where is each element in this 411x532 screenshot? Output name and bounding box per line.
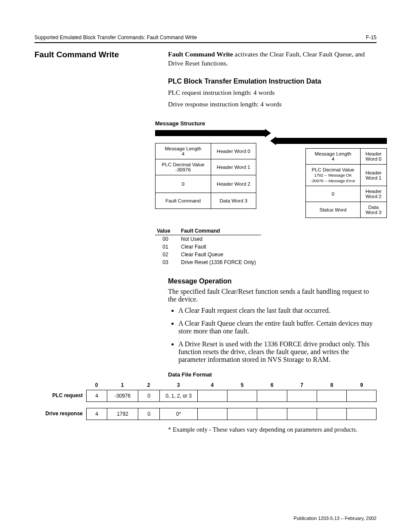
col-num: 5 bbox=[227, 382, 257, 390]
cell: Header Word 2 bbox=[361, 186, 387, 202]
intro-paragraph: Fault Command Write activates the Clear … bbox=[168, 50, 377, 68]
cell: Header Word 0 bbox=[211, 143, 256, 159]
arrow-left-icon bbox=[270, 137, 276, 145]
plc-request-row: 4 -30976 0 0, 1, 2, or 3 bbox=[86, 390, 377, 402]
table-cell bbox=[257, 408, 287, 420]
cell: PLC Decimal Value 1792 -- Message OK -30… bbox=[306, 165, 361, 186]
col-num: 8 bbox=[317, 382, 346, 390]
table-cell: 0 bbox=[138, 408, 160, 420]
msg-op-heading: Message Operation bbox=[168, 277, 377, 285]
col-num: 9 bbox=[347, 382, 377, 390]
col-num: 4 bbox=[197, 382, 227, 390]
col-num: 7 bbox=[287, 382, 317, 390]
cell: Message Length4 bbox=[156, 143, 211, 159]
table-cell: Drive Reset (1336 FORCE Only) bbox=[179, 258, 261, 266]
publication-info: Publication 1203-5.13 – February, 2002 bbox=[294, 516, 377, 521]
table-cell: Not Used bbox=[179, 235, 261, 243]
cell: Data Word 3 bbox=[361, 202, 387, 218]
arrow-right-icon bbox=[265, 129, 271, 137]
cell: Header Word 0 bbox=[361, 149, 387, 165]
table-cell bbox=[198, 390, 227, 401]
list-item: A Clear Fault request clears the last fa… bbox=[178, 307, 377, 314]
msg-op-paragraph: The specified fault Clear/Reset function… bbox=[168, 288, 377, 303]
cell: 0 bbox=[156, 175, 211, 193]
plc-resp-line: Drive response instruction length: 4 wor… bbox=[168, 100, 377, 109]
fault-command-table: Value Fault Command 00Not Used 01Clear F… bbox=[155, 227, 261, 266]
cell: PLC Decimal Value-30976 bbox=[156, 159, 211, 175]
table-cell bbox=[287, 408, 317, 420]
table-cell: 0* bbox=[160, 408, 198, 420]
table-cell bbox=[257, 390, 287, 401]
table-cell: 0, 1, 2, or 3 bbox=[160, 390, 198, 401]
plc-req-line: PLC request instruction length: 4 words bbox=[168, 88, 377, 97]
plc-request-label: PLC request bbox=[34, 390, 86, 402]
vf-header-value: Value bbox=[155, 227, 179, 235]
intro-lead: Fault Command Write bbox=[168, 50, 233, 58]
page-number: F-15 bbox=[366, 34, 377, 40]
table-cell: Clear Fault bbox=[179, 243, 261, 251]
message-structure-diagram: Message Length4 Header Word 0 PLC Decima… bbox=[155, 130, 387, 223]
cell: Message Length4 bbox=[306, 149, 361, 165]
bullet-list: A Clear Fault request clears the last fa… bbox=[168, 307, 377, 364]
arrow-bar-left bbox=[276, 138, 387, 144]
cell: Header Word 1 bbox=[361, 165, 387, 186]
table-cell bbox=[347, 390, 376, 401]
list-item: A Clear Fault Queue clears the entire fa… bbox=[178, 320, 377, 335]
table-cell: 01 bbox=[155, 243, 179, 251]
cell: Status Word bbox=[306, 202, 361, 218]
breadcrumb: Supported Emulated Block Transfer Comman… bbox=[34, 34, 197, 40]
table-cell: 02 bbox=[155, 251, 179, 258]
table-cell: -30976 bbox=[107, 390, 138, 401]
header-rule bbox=[34, 42, 377, 43]
table-cell bbox=[227, 408, 257, 420]
col-num: 3 bbox=[159, 382, 197, 390]
table-cell bbox=[317, 408, 347, 420]
cell: Header Word 2 bbox=[211, 175, 256, 193]
cell: Data Word 3 bbox=[211, 193, 256, 209]
msg-struct-heading: Message Structure bbox=[155, 120, 377, 127]
col-num: 2 bbox=[138, 382, 159, 390]
col-num: 6 bbox=[257, 382, 287, 390]
list-item: A Drive Reset is used with the 1336 FORC… bbox=[178, 340, 377, 364]
drive-response-label: Drive response bbox=[34, 408, 86, 420]
table-cell: 0 bbox=[138, 390, 160, 401]
cell: 0 bbox=[306, 186, 361, 202]
table-cell bbox=[227, 390, 257, 401]
table-cell: 1792 bbox=[107, 408, 138, 420]
table-cell: 4 bbox=[87, 390, 107, 401]
table-cell: 4 bbox=[87, 408, 107, 420]
cell: Header Word 1 bbox=[211, 159, 256, 175]
table-cell bbox=[287, 390, 317, 401]
table-cell: 00 bbox=[155, 235, 179, 243]
col-num: 0 bbox=[86, 382, 107, 390]
table-cell bbox=[317, 390, 347, 401]
table-cell bbox=[347, 408, 376, 420]
cell: Fault Command bbox=[156, 193, 211, 209]
table-cell: Clear Fault Queue bbox=[179, 251, 261, 258]
request-table: Message Length4 Header Word 0 PLC Decima… bbox=[155, 143, 256, 209]
table-cell bbox=[198, 408, 227, 420]
footnote: * Example only - These values vary depen… bbox=[168, 426, 377, 433]
plc-heading: PLC Block Transfer Emulation Instruction… bbox=[168, 77, 377, 86]
sidebar-title: Fault Command Write bbox=[34, 50, 155, 59]
drive-response-row: 4 1792 0 0* bbox=[86, 408, 377, 420]
response-table: Message Length4 Header Word 0 PLC Decima… bbox=[305, 148, 387, 218]
vf-header-cmd: Fault Command bbox=[179, 227, 261, 235]
data-file-format: 0 1 2 3 4 5 6 7 8 9 PLC request 4 -30976… bbox=[34, 382, 377, 420]
arrow-bar-right bbox=[155, 130, 265, 136]
dff-heading: Data File Format bbox=[168, 371, 377, 378]
table-cell: 03 bbox=[155, 258, 179, 266]
col-num: 1 bbox=[107, 382, 138, 390]
